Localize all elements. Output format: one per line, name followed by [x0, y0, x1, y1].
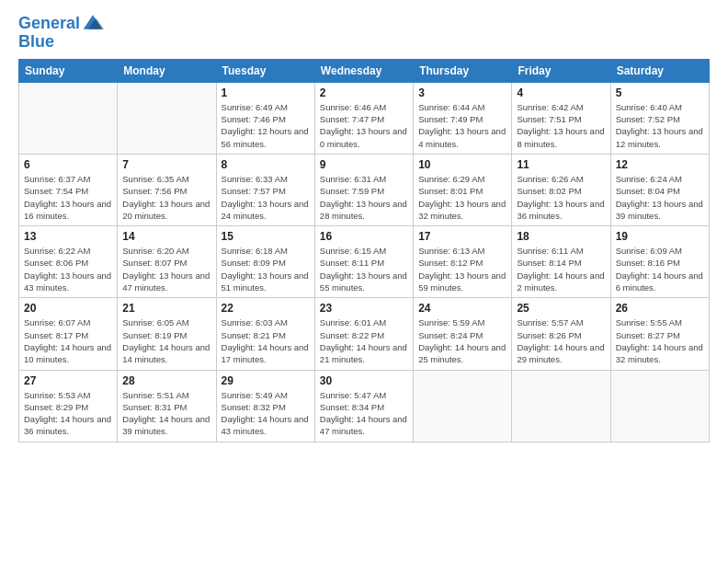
week-row: 27Sunrise: 5:53 AM Sunset: 8:29 PM Dayli… — [19, 370, 710, 442]
calendar-cell: 23Sunrise: 6:01 AM Sunset: 8:22 PM Dayli… — [314, 298, 413, 370]
day-number: 28 — [122, 374, 210, 387]
calendar-body: 1Sunrise: 6:49 AM Sunset: 7:46 PM Daylig… — [19, 82, 710, 442]
day-info: Sunrise: 5:47 AM Sunset: 8:34 PM Dayligh… — [320, 389, 408, 438]
day-number: 11 — [517, 158, 605, 171]
calendar-cell: 1Sunrise: 6:49 AM Sunset: 7:46 PM Daylig… — [216, 82, 314, 154]
calendar-cell: 16Sunrise: 6:15 AM Sunset: 8:11 PM Dayli… — [314, 226, 413, 298]
day-number: 1 — [222, 86, 310, 99]
calendar-cell: 7Sunrise: 6:35 AM Sunset: 7:56 PM Daylig… — [118, 154, 216, 225]
calendar-cell: 4Sunrise: 6:42 AM Sunset: 7:51 PM Daylig… — [512, 82, 610, 154]
day-info: Sunrise: 6:18 AM Sunset: 8:09 PM Dayligh… — [222, 245, 310, 293]
calendar-cell: 3Sunrise: 6:44 AM Sunset: 7:49 PM Daylig… — [414, 82, 512, 154]
calendar-cell: 2Sunrise: 6:46 AM Sunset: 7:47 PM Daylig… — [314, 82, 413, 154]
day-info: Sunrise: 6:33 AM Sunset: 7:57 PM Dayligh… — [222, 173, 310, 222]
calendar-cell: 6Sunrise: 6:37 AM Sunset: 7:54 PM Daylig… — [19, 154, 118, 225]
weekday-header: Wednesday — [314, 59, 413, 82]
day-number: 15 — [222, 230, 310, 243]
day-info: Sunrise: 6:13 AM Sunset: 8:12 PM Dayligh… — [418, 245, 506, 293]
week-row: 6Sunrise: 6:37 AM Sunset: 7:54 PM Daylig… — [19, 154, 710, 225]
logo: General Blue — [18, 15, 104, 50]
logo-icon — [82, 13, 104, 31]
day-info: Sunrise: 5:51 AM Sunset: 8:31 PM Dayligh… — [122, 389, 210, 438]
day-number: 6 — [24, 158, 112, 171]
weekday-header: Thursday — [414, 59, 512, 82]
calendar-cell — [610, 370, 709, 442]
calendar-cell: 5Sunrise: 6:40 AM Sunset: 7:52 PM Daylig… — [610, 82, 709, 154]
day-info: Sunrise: 6:49 AM Sunset: 7:46 PM Dayligh… — [222, 101, 310, 150]
day-number: 2 — [320, 86, 408, 99]
weekday-header: Sunday — [19, 59, 118, 82]
calendar-cell: 22Sunrise: 6:03 AM Sunset: 8:21 PM Dayli… — [216, 298, 314, 370]
day-info: Sunrise: 5:49 AM Sunset: 8:32 PM Dayligh… — [222, 389, 310, 438]
day-number: 23 — [320, 302, 408, 315]
week-row: 1Sunrise: 6:49 AM Sunset: 7:46 PM Daylig… — [19, 82, 710, 154]
calendar-cell: 11Sunrise: 6:26 AM Sunset: 8:02 PM Dayli… — [512, 154, 610, 225]
day-number: 16 — [320, 230, 408, 243]
calendar-cell: 10Sunrise: 6:29 AM Sunset: 8:01 PM Dayli… — [414, 154, 512, 225]
day-info: Sunrise: 5:59 AM Sunset: 8:24 PM Dayligh… — [418, 316, 506, 365]
day-info: Sunrise: 6:20 AM Sunset: 8:07 PM Dayligh… — [122, 245, 210, 293]
day-number: 8 — [222, 158, 310, 171]
day-info: Sunrise: 6:44 AM Sunset: 7:49 PM Dayligh… — [418, 101, 506, 150]
day-number: 19 — [616, 230, 704, 243]
day-number: 3 — [418, 86, 506, 99]
weekday-header: Friday — [512, 59, 610, 82]
day-info: Sunrise: 6:07 AM Sunset: 8:17 PM Dayligh… — [24, 316, 112, 365]
day-number: 18 — [517, 230, 605, 243]
day-info: Sunrise: 6:15 AM Sunset: 8:11 PM Dayligh… — [320, 245, 408, 293]
calendar-cell: 30Sunrise: 5:47 AM Sunset: 8:34 PM Dayli… — [314, 370, 413, 442]
day-number: 9 — [320, 158, 408, 171]
weekday-header: Tuesday — [216, 59, 314, 82]
calendar-header: SundayMondayTuesdayWednesdayThursdayFrid… — [19, 59, 710, 82]
calendar-cell: 26Sunrise: 5:55 AM Sunset: 8:27 PM Dayli… — [610, 298, 709, 370]
day-number: 30 — [320, 374, 408, 387]
day-info: Sunrise: 6:09 AM Sunset: 8:16 PM Dayligh… — [616, 245, 704, 293]
day-number: 13 — [24, 230, 112, 243]
calendar-cell — [512, 370, 610, 442]
day-info: Sunrise: 6:46 AM Sunset: 7:47 PM Dayligh… — [320, 101, 408, 150]
day-number: 24 — [418, 302, 506, 315]
calendar-cell: 17Sunrise: 6:13 AM Sunset: 8:12 PM Dayli… — [414, 226, 512, 298]
day-number: 14 — [122, 230, 210, 243]
week-row: 20Sunrise: 6:07 AM Sunset: 8:17 PM Dayli… — [19, 298, 710, 370]
day-number: 22 — [222, 302, 310, 315]
calendar-cell: 13Sunrise: 6:22 AM Sunset: 8:06 PM Dayli… — [19, 226, 118, 298]
day-number: 10 — [418, 158, 506, 171]
calendar-cell: 12Sunrise: 6:24 AM Sunset: 8:04 PM Dayli… — [610, 154, 709, 225]
day-info: Sunrise: 5:57 AM Sunset: 8:26 PM Dayligh… — [517, 316, 605, 365]
page: General Blue SundayMondayTuesdayWednesda… — [0, 0, 728, 563]
day-number: 25 — [517, 302, 605, 315]
day-info: Sunrise: 6:01 AM Sunset: 8:22 PM Dayligh… — [320, 316, 408, 365]
day-info: Sunrise: 6:29 AM Sunset: 8:01 PM Dayligh… — [418, 173, 506, 222]
calendar-cell: 20Sunrise: 6:07 AM Sunset: 8:17 PM Dayli… — [19, 298, 118, 370]
week-row: 13Sunrise: 6:22 AM Sunset: 8:06 PM Dayli… — [19, 226, 710, 298]
day-info: Sunrise: 6:26 AM Sunset: 8:02 PM Dayligh… — [517, 173, 605, 222]
day-info: Sunrise: 6:11 AM Sunset: 8:14 PM Dayligh… — [517, 245, 605, 293]
day-info: Sunrise: 5:53 AM Sunset: 8:29 PM Dayligh… — [24, 389, 112, 438]
calendar-cell: 19Sunrise: 6:09 AM Sunset: 8:16 PM Dayli… — [610, 226, 709, 298]
day-info: Sunrise: 6:42 AM Sunset: 7:51 PM Dayligh… — [517, 101, 605, 150]
day-number: 7 — [122, 158, 210, 171]
calendar-cell: 24Sunrise: 5:59 AM Sunset: 8:24 PM Dayli… — [414, 298, 512, 370]
day-number: 5 — [616, 86, 704, 99]
header: General Blue — [18, 15, 710, 50]
day-info: Sunrise: 6:24 AM Sunset: 8:04 PM Dayligh… — [616, 173, 704, 222]
calendar-cell — [19, 82, 118, 154]
calendar-cell — [118, 82, 216, 154]
calendar-cell — [414, 370, 512, 442]
calendar-cell: 9Sunrise: 6:31 AM Sunset: 7:59 PM Daylig… — [314, 154, 413, 225]
weekday-header: Saturday — [610, 59, 709, 82]
day-info: Sunrise: 6:37 AM Sunset: 7:54 PM Dayligh… — [24, 173, 112, 222]
day-number: 4 — [517, 86, 605, 99]
calendar-cell: 25Sunrise: 5:57 AM Sunset: 8:26 PM Dayli… — [512, 298, 610, 370]
day-info: Sunrise: 6:31 AM Sunset: 7:59 PM Dayligh… — [320, 173, 408, 222]
calendar-cell: 27Sunrise: 5:53 AM Sunset: 8:29 PM Dayli… — [19, 370, 118, 442]
day-info: Sunrise: 6:35 AM Sunset: 7:56 PM Dayligh… — [122, 173, 210, 222]
day-number: 12 — [616, 158, 704, 171]
calendar-cell: 8Sunrise: 6:33 AM Sunset: 7:57 PM Daylig… — [216, 154, 314, 225]
day-number: 21 — [122, 302, 210, 315]
calendar-cell: 29Sunrise: 5:49 AM Sunset: 8:32 PM Dayli… — [216, 370, 314, 442]
day-info: Sunrise: 5:55 AM Sunset: 8:27 PM Dayligh… — [616, 316, 704, 365]
day-number: 20 — [24, 302, 112, 315]
day-number: 27 — [24, 374, 112, 387]
